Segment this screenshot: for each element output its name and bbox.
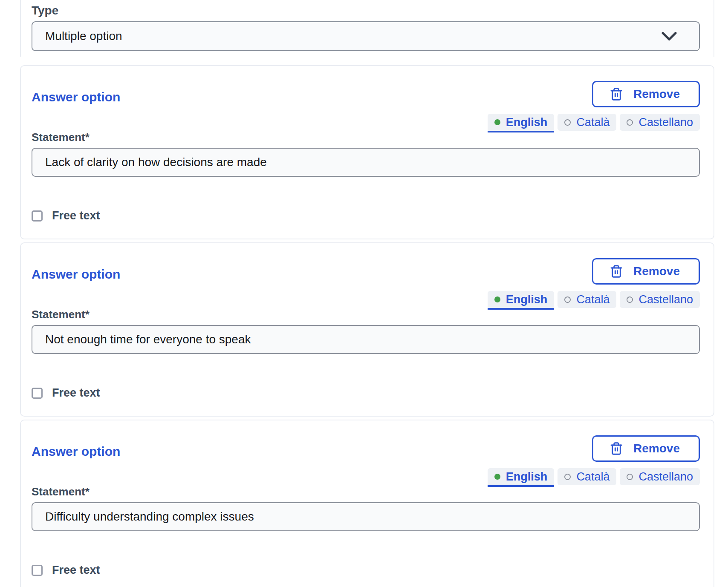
statement-row: Statement* English Català Castellano	[32, 114, 700, 144]
radio-circle-icon	[564, 119, 571, 126]
remove-button[interactable]: Remove	[592, 81, 700, 107]
free-text-row: Free text	[32, 386, 700, 400]
language-tab-label: English	[506, 470, 548, 483]
question-editor: Type Multiple option Answer option	[20, 0, 714, 587]
type-label: Type	[32, 3, 700, 18]
language-tab-catala[interactable]: Català	[558, 468, 616, 485]
language-tab-label: Català	[576, 293, 610, 306]
language-tab-label: Català	[576, 116, 610, 129]
language-tab-english[interactable]: English	[488, 468, 555, 487]
free-text-checkbox[interactable]	[32, 388, 43, 399]
answer-option-card: Answer option Remove Statement*	[20, 420, 714, 587]
language-tab-catala[interactable]: Català	[558, 114, 616, 131]
language-tab-castellano[interactable]: Castellano	[620, 291, 700, 308]
remove-button-label: Remove	[633, 442, 680, 455]
language-tabs: English Català Castellano	[488, 468, 700, 487]
language-tab-label: Català	[576, 470, 610, 483]
language-tab-label: Castellano	[638, 470, 693, 483]
language-tab-label: Castellano	[638, 293, 693, 306]
language-tab-castellano[interactable]: Castellano	[620, 468, 700, 485]
language-tab-castellano[interactable]: Castellano	[620, 114, 700, 131]
remove-button[interactable]: Remove	[592, 258, 700, 285]
card-header: Answer option Remove	[32, 81, 700, 107]
statement-label: Statement*	[32, 485, 90, 498]
free-text-label: Free text	[52, 564, 100, 577]
selected-language-dot-icon	[494, 119, 500, 125]
language-tab-label: English	[506, 116, 548, 129]
free-text-row: Free text	[32, 209, 700, 222]
answer-option-card: Answer option Remove Statement*	[20, 65, 714, 239]
selected-language-dot-icon	[494, 296, 500, 302]
type-section: Type Multiple option	[20, 0, 714, 57]
answer-option-heading: Answer option	[32, 445, 120, 458]
language-tab-english[interactable]: English	[488, 291, 555, 310]
radio-circle-icon	[627, 474, 633, 480]
card-header: Answer option Remove	[32, 435, 700, 462]
statement-row: Statement* English Català Castellano	[32, 291, 700, 321]
language-tabs: English Català Castellano	[488, 291, 700, 310]
free-text-label: Free text	[52, 386, 100, 400]
free-text-checkbox[interactable]	[32, 565, 43, 576]
trash-icon	[610, 441, 623, 456]
statement-label: Statement*	[32, 131, 90, 144]
language-tab-label: English	[506, 293, 548, 306]
free-text-label: Free text	[52, 209, 100, 222]
radio-circle-icon	[627, 296, 633, 303]
language-tabs: English Català Castellano	[488, 114, 700, 132]
trash-icon	[610, 264, 623, 279]
answer-option-heading: Answer option	[32, 268, 120, 281]
remove-button-label: Remove	[633, 265, 680, 278]
trash-icon	[610, 87, 623, 101]
language-tab-label: Castellano	[638, 116, 693, 129]
answer-option-card: Answer option Remove Statement*	[20, 242, 714, 417]
free-text-checkbox[interactable]	[32, 210, 43, 222]
card-header: Answer option Remove	[32, 258, 700, 285]
type-select-value: Multiple option	[45, 29, 122, 43]
remove-button[interactable]: Remove	[592, 435, 700, 462]
radio-circle-icon	[564, 296, 571, 303]
free-text-row: Free text	[32, 564, 700, 577]
type-select[interactable]: Multiple option	[32, 21, 700, 51]
radio-circle-icon	[564, 474, 571, 480]
statement-row: Statement* English Català Castellano	[32, 468, 700, 498]
language-tab-catala[interactable]: Català	[558, 291, 616, 308]
statement-input[interactable]	[32, 325, 700, 354]
statement-label: Statement*	[32, 308, 90, 321]
remove-button-label: Remove	[633, 87, 680, 101]
statement-input[interactable]	[32, 502, 700, 531]
selected-language-dot-icon	[494, 474, 500, 480]
language-tab-english[interactable]: English	[488, 114, 555, 132]
statement-input[interactable]	[32, 148, 700, 177]
radio-circle-icon	[627, 119, 633, 126]
chevron-down-icon	[662, 32, 677, 41]
answer-option-heading: Answer option	[32, 90, 120, 104]
